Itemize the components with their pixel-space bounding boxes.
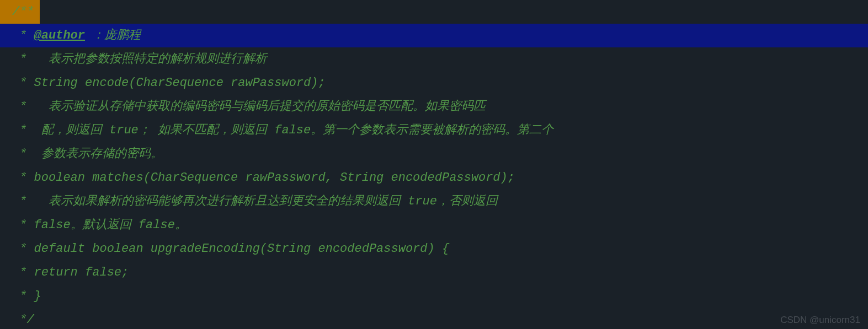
code-line-8: * boolean matches(CharSequence rawPasswo… bbox=[0, 166, 868, 190]
code-line-13: * } bbox=[0, 284, 868, 308]
code-line-7: * 参数表示存储的密码。 bbox=[0, 142, 868, 166]
code-line-6: * 配，则返回 true； 如果不匹配，则返回 false。第一个参数表示需要被… bbox=[0, 118, 868, 142]
code-line-12: * return false; bbox=[0, 261, 868, 284]
javadoc-start: /** bbox=[0, 0, 40, 24]
code-line-1: /** bbox=[0, 0, 868, 24]
code-line-2-selected[interactable]: * @author ：庞鹏程 bbox=[0, 24, 868, 47]
code-line-11: * default boolean upgradeEncoding(String… bbox=[0, 237, 868, 261]
author-name: ：庞鹏程 bbox=[85, 29, 141, 42]
code-line-3: * 表示把参数按照特定的解析规则进行解析 bbox=[0, 47, 868, 71]
code-line-14: */ bbox=[0, 308, 868, 329]
author-tag: @author bbox=[34, 29, 85, 42]
comment-star: * bbox=[12, 29, 34, 42]
watermark: CSDN @unicorn31 bbox=[780, 315, 860, 326]
code-line-4: * String encode(CharSequence rawPassword… bbox=[0, 71, 868, 95]
code-editor[interactable]: /** * @author ：庞鹏程 * 表示把参数按照特定的解析规则进行解析 … bbox=[0, 0, 868, 329]
code-line-5: * 表示验证从存储中获取的编码密码与编码后提交的原始密码是否匹配。如果密码匹 bbox=[0, 95, 868, 118]
code-line-10: * false。默认返回 false。 bbox=[0, 213, 868, 237]
code-line-9: * 表示如果解析的密码能够再次进行解析且达到更安全的结果则返回 true，否则返… bbox=[0, 190, 868, 213]
